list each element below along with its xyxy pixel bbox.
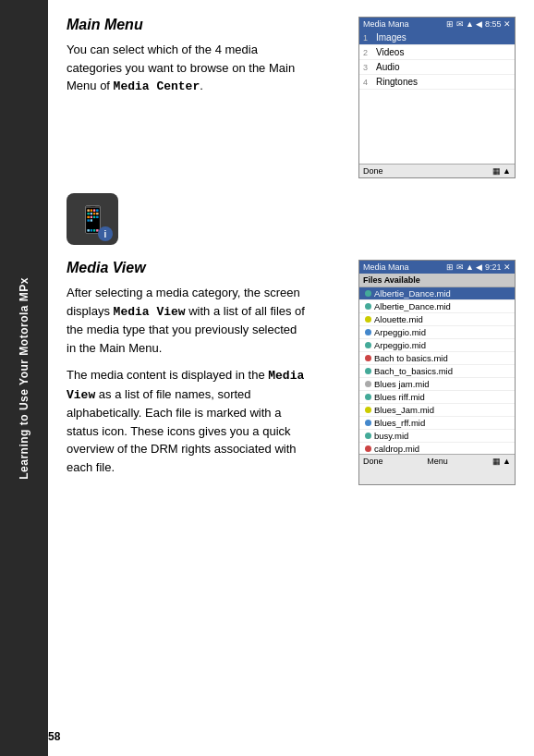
status-icon: [365, 290, 371, 297]
phone-title-2: Media Mana: [363, 262, 409, 272]
section1-body: You can select which of the 4 media cate…: [67, 41, 307, 96]
list-item: Albertie_Dance.mid: [359, 287, 515, 300]
ringtones-item: Ringtones: [376, 77, 418, 87]
status-icon: [365, 433, 371, 439]
phone-subheader-2: Files Available: [359, 274, 515, 287]
list-item: Albertie_Dance.mid: [359, 300, 515, 313]
list-item: Bach_to_basics.mid: [359, 365, 515, 378]
section1-heading: Main Menu: [67, 17, 349, 33]
list-item: Arpeggio.mid: [359, 326, 515, 339]
status-icon: [365, 303, 371, 310]
info-i-badge: i: [98, 226, 113, 241]
status-icon: [365, 407, 371, 413]
media-center-term: Media Center: [114, 79, 200, 93]
sidebar: Learning to Use Your Motorola MPx: [0, 0, 48, 756]
sidebar-label: Learning to Use Your Motorola MPx: [18, 277, 30, 480]
list-item: 3 Audio: [359, 60, 515, 75]
status-icon: [365, 342, 371, 348]
status-icon: [365, 394, 371, 400]
status-icon: [365, 355, 371, 361]
list-item: Bach to basics.mid: [359, 352, 515, 365]
list-item: Blues_rff.mid: [359, 417, 515, 430]
media-view-term-1: Media View: [114, 305, 186, 319]
info-icon-box: 📱 i: [67, 193, 118, 245]
info-section: 📱 i: [67, 193, 516, 245]
status-icon: [365, 329, 371, 335]
footer-menu[interactable]: Menu: [427, 457, 448, 466]
list-item: Blues_Jam.mid: [359, 404, 515, 417]
phone-footer-1: Done ▦ ▲: [359, 164, 515, 177]
list-item: 2 Videos: [359, 45, 515, 60]
phone-titlebar-1: Media Mana ⊞ ✉ ▲ ◀ 8:55 ✕: [359, 18, 515, 30]
section2: Media View After selecting a media categ…: [67, 260, 516, 485]
status-icon: [365, 368, 371, 374]
section2-heading: Media View: [67, 260, 349, 276]
phone-icons-2: ⊞ ✉ ▲ ◀ 9:21 ✕: [446, 262, 511, 272]
section2-body1: After selecting a media category, the sc…: [67, 284, 307, 357]
phone-titlebar-2: Media Mana ⊞ ✉ ▲ ◀ 9:21 ✕: [359, 261, 515, 274]
section2-body2: The media content is displayed in the Me…: [67, 366, 307, 476]
list-item: Blues riff.mid: [359, 391, 515, 404]
list-item: Alouette.mid: [359, 313, 515, 326]
phone-list-2: Albertie_Dance.mid Albertie_Dance.mid Al…: [359, 287, 515, 454]
list-item: Blues jam.mid: [359, 378, 515, 391]
section2-row: Media View After selecting a media categ…: [67, 260, 516, 485]
phone-footer-2: Done Menu ▦ ▲: [359, 454, 515, 468]
status-icon: [365, 420, 371, 426]
status-icon: [365, 316, 371, 323]
list-item: busy.mid: [359, 430, 515, 443]
phone-icons-1: ⊞ ✉ ▲ ◀ 8:55 ✕: [446, 19, 511, 29]
phone-title-1: Media Mana: [363, 19, 409, 29]
section1: Main Menu You can select which of the 4 …: [67, 17, 516, 178]
page-number: 58: [48, 730, 60, 743]
list-item: Arpeggio.mid: [359, 339, 515, 352]
list-item: 1 Images: [359, 30, 515, 45]
phone-screen-2: Media Mana ⊞ ✉ ▲ ◀ 9:21 ✕ Files Availabl…: [358, 260, 516, 485]
phone-empty-space: [359, 90, 515, 164]
status-icon: [365, 381, 371, 387]
status-icon: [365, 445, 371, 452]
section1-text: Main Menu You can select which of the 4 …: [67, 17, 349, 178]
list-item: 4 Ringtones: [359, 75, 515, 90]
section2-text: Media View After selecting a media categ…: [67, 260, 349, 485]
list-item: caldrop.mid: [359, 443, 515, 454]
phone-screen-1: Media Mana ⊞ ✉ ▲ ◀ 8:55 ✕ 1 Images 2 Vid…: [358, 17, 516, 178]
main-content: Main Menu You can select which of the 4 …: [48, 0, 534, 756]
phone-list-1: 1 Images 2 Videos 3 Audio 4 Ringtones: [359, 30, 515, 90]
